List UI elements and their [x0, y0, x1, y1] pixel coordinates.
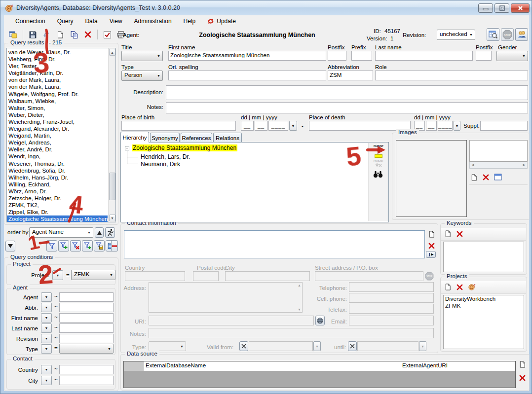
scroll-left-icon[interactable]: ◄ [471, 163, 475, 167]
abbr-operator-dropdown[interactable]: ▼ [41, 303, 52, 312]
search-hierarchy-button[interactable] [373, 171, 383, 179]
city-operator-dropdown[interactable]: ▼ [41, 376, 52, 385]
firstname-condition-input[interactable] [59, 313, 114, 322]
scroll-down-icon[interactable]: ▼ [109, 215, 115, 221]
minimize-button[interactable] [478, 3, 493, 13]
list-item[interactable]: Wilhelm, Hans-Jörg, Dr. [7, 174, 108, 181]
set-parent-button[interactable]: PARENT [371, 144, 386, 158]
birth-month-input[interactable]: __ [255, 121, 267, 131]
keyword-delete-button[interactable] [456, 230, 463, 239]
type-condition-combobox[interactable]: ▼ [59, 344, 114, 354]
save-button[interactable] [27, 29, 38, 40]
image-new-button[interactable] [470, 174, 478, 183]
filter-options-button[interactable] [5, 241, 15, 251]
image-list-hscrollbar[interactable]: ◄ ► [469, 162, 528, 169]
keywords-list[interactable] [443, 242, 524, 272]
postfix-input[interactable] [328, 51, 346, 61]
remove-condition-button[interactable] [111, 240, 118, 251]
firstname-operator-dropdown[interactable]: ▼ [41, 313, 52, 322]
spellcheck-button[interactable] [101, 29, 113, 40]
city-condition-input[interactable] [59, 376, 114, 385]
valid-from-clear-button[interactable] [239, 341, 248, 351]
place-of-birth-input[interactable] [121, 121, 236, 131]
revision-combobox[interactable]: unchecked ▼ [437, 30, 475, 40]
contact-new-button[interactable] [428, 230, 435, 240]
project-item[interactable]: ZFMK [444, 302, 524, 309]
last-name-input[interactable] [375, 51, 473, 61]
list-item[interactable]: Willing, Eckhard, [7, 181, 108, 188]
filter-add-button[interactable] [58, 240, 69, 251]
list-item[interactable]: Walbaum, Wiebke, [7, 98, 108, 105]
menu-view[interactable]: View [104, 17, 128, 26]
contact-list[interactable] [124, 230, 425, 258]
list-item[interactable]: Zetzsche, Holger, Dr. [7, 195, 108, 202]
menu-connection[interactable]: Connection [10, 17, 51, 26]
death-month-input[interactable]: __ [426, 121, 437, 131]
menu-help[interactable]: Help [178, 17, 201, 26]
list-item[interactable]: Wiedenbrug, Sofia, Dr. [7, 167, 108, 174]
place-of-death-input[interactable] [309, 121, 411, 131]
run-query-button[interactable] [105, 227, 115, 238]
delete-record-button[interactable] [82, 29, 94, 40]
scrollbar-thumb[interactable] [109, 173, 115, 200]
image-delete-button[interactable] [482, 174, 490, 182]
stop-button[interactable]: STOP [501, 28, 514, 41]
lastname-operator-dropdown[interactable]: ▼ [41, 323, 52, 333]
prefix-input[interactable] [351, 51, 372, 61]
open-uri-button[interactable] [315, 316, 325, 325]
list-item[interactable]: Viehberg, Finn, Dr. [7, 56, 108, 63]
grid-column-header[interactable]: ExternalDatabaseName [144, 361, 400, 371]
project-new-button[interactable] [444, 283, 452, 292]
death-date-dropdown[interactable]: ▼ [454, 121, 460, 131]
list-item-selected[interactable]: Zoologische Staatssammlung München [7, 215, 108, 222]
tree-child-node[interactable]: Neumann, Dirk [141, 161, 180, 168]
filter-clear-button[interactable] [70, 240, 81, 251]
data-source-grid[interactable]: ExternalDatabaseName ExternalAgentURI [123, 361, 516, 388]
postfix2-input[interactable] [476, 51, 492, 61]
death-year-input[interactable]: ____ [438, 121, 453, 131]
tab-relations[interactable]: Relations [213, 133, 242, 143]
list-item[interactable]: Weigel, Andreas, [7, 139, 108, 146]
list-query-button[interactable] [487, 28, 499, 41]
birth-date-dropdown[interactable]: ▼ [289, 121, 297, 131]
scroll-right-icon[interactable]: ► [522, 163, 526, 167]
tree-collapse-icon[interactable]: − [125, 146, 129, 150]
country-operator-dropdown[interactable]: ▼ [41, 365, 52, 374]
list-item[interactable]: Wägele, Wolfgang, Prof. Dr. [7, 91, 108, 98]
maximize-button[interactable] [494, 3, 509, 13]
list-item[interactable]: von der Mark, Laura, [7, 76, 108, 83]
list-item[interactable]: Wesener, Thomas, Dr. [7, 160, 108, 167]
tree-child-node[interactable]: Hendrich, Lars, Dr. [141, 153, 190, 160]
list-item[interactable]: van de Weyer, Klaus, Dr. [7, 49, 108, 56]
new-record-button[interactable] [54, 29, 66, 40]
type-operator-dropdown[interactable]: ▼ [41, 344, 52, 354]
revision-operator-dropdown[interactable]: ▼ [41, 334, 52, 343]
abbreviation-input[interactable]: ZSM [328, 71, 373, 80]
list-item[interactable]: Weber, Dieter, [7, 111, 108, 118]
agent-condition-input[interactable] [59, 292, 114, 302]
tab-hierarchy[interactable]: Hierarchy [120, 132, 149, 143]
revision-condition-input[interactable] [59, 334, 114, 343]
copy-record-button[interactable] [68, 29, 80, 40]
filter-save-button[interactable] [94, 240, 105, 251]
filter-button[interactable] [46, 240, 57, 251]
contact-nav-button[interactable]: ❙▶ [426, 251, 436, 258]
first-name-input[interactable]: Zoologische Staatssammlung München [168, 51, 326, 61]
list-item[interactable]: Weigand, Alexander, Dr. [7, 125, 108, 132]
undo-button[interactable] [40, 29, 52, 40]
menu-data[interactable]: Data [79, 17, 103, 26]
order-by-combobox[interactable]: Agent Name ▼ [29, 227, 93, 238]
projects-list[interactable]: DiversityWorkbench ZFMK [443, 295, 524, 349]
tree-root-node[interactable]: Zoologische Staatssammlung München [132, 144, 237, 151]
remove-parent-button[interactable]: PARENT [371, 159, 386, 170]
query-results-listbox[interactable]: van de Weyer, Klaus, Dr. Viehberg, Finn,… [6, 48, 116, 222]
filter-append-button[interactable] [82, 240, 93, 251]
menu-query[interactable]: Query [52, 17, 79, 26]
list-item[interactable]: Weicherding, Franz-Josef, [7, 118, 108, 125]
role-input[interactable] [375, 71, 528, 80]
menu-administration[interactable]: Administration [129, 17, 177, 26]
ori-spelling-input[interactable] [168, 71, 326, 80]
suppl-input[interactable] [480, 121, 528, 131]
data-source-new-button[interactable] [519, 360, 526, 370]
list-item[interactable]: Wörz, Arno, Dr. [7, 188, 108, 195]
